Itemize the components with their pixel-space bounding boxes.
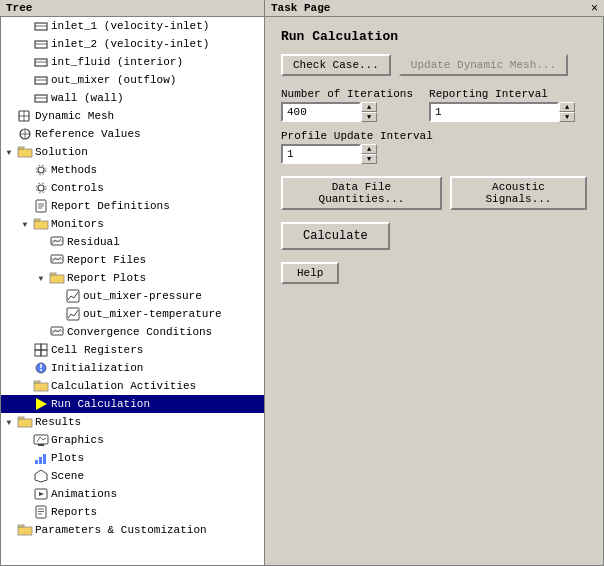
tree-label-report_files: Report Files — [65, 254, 146, 266]
svg-marker-46 — [39, 492, 44, 496]
tree-item-int_fluid[interactable]: int_fluid (interior) — [1, 53, 264, 71]
svg-rect-33 — [41, 344, 47, 350]
tree-item-params_custom[interactable]: Parameters & Customization — [1, 521, 264, 539]
num-iterations-label: Number of Iterations — [281, 88, 413, 100]
tree-label-scene: Scene — [49, 470, 84, 482]
tree-icon-run_calculation — [33, 396, 49, 412]
tree-icon-int_fluid — [33, 54, 49, 70]
svg-point-18 — [38, 185, 44, 191]
num-iterations-up[interactable]: ▲ — [361, 102, 377, 112]
task-panel: Run Calculation Check Case... Update Dyn… — [265, 17, 604, 566]
collapse-icon[interactable] — [17, 216, 33, 232]
reporting-interval-input[interactable] — [429, 102, 559, 122]
tree-icon-report_files — [49, 252, 65, 268]
tree-item-solution[interactable]: Solution — [1, 143, 264, 161]
profile-update-up[interactable]: ▲ — [361, 144, 377, 154]
num-iterations-spinner[interactable]: ▲ ▼ — [361, 102, 377, 122]
tree-item-report_plots[interactable]: Report Plots — [1, 269, 264, 287]
reporting-interval-down[interactable]: ▼ — [559, 112, 575, 122]
tree-item-reports[interactable]: Reports — [1, 503, 264, 521]
tree-label-controls: Controls — [49, 182, 104, 194]
svg-rect-41 — [38, 444, 44, 446]
tree-item-initialization[interactable]: Initialization — [1, 359, 264, 377]
collapse-icon[interactable] — [33, 270, 49, 286]
profile-update-label: Profile Update Interval — [281, 130, 587, 142]
collapse-icon[interactable] — [1, 144, 17, 160]
collapse-icon[interactable] — [1, 414, 17, 430]
tree-item-reference_values[interactable]: Reference Values — [1, 125, 264, 143]
tree-icon-residual — [49, 234, 65, 250]
tree-item-inlet1[interactable]: inlet_1 (velocity-inlet) — [1, 17, 264, 35]
calculate-button[interactable]: Calculate — [281, 222, 390, 250]
tree-panel: inlet_1 (velocity-inlet) inlet_2 (veloci… — [0, 17, 265, 566]
data-file-quantities-button[interactable]: Data File Quantities... — [281, 176, 442, 210]
num-iterations-down[interactable]: ▼ — [361, 112, 377, 122]
svg-rect-32 — [35, 344, 41, 350]
num-iterations-input[interactable] — [281, 102, 361, 122]
tree-label-reports: Reports — [49, 506, 97, 518]
tree-item-wall[interactable]: wall (wall) — [1, 89, 264, 107]
update-dynamic-mesh-button[interactable]: Update Dynamic Mesh... — [399, 54, 568, 76]
svg-rect-28 — [67, 290, 79, 302]
svg-rect-4 — [35, 59, 47, 66]
tree-icon-animations — [33, 486, 49, 502]
tree-item-report_defs[interactable]: Report Definitions — [1, 197, 264, 215]
tree-item-calc_activities[interactable]: Calculation Activities — [1, 377, 264, 395]
close-icon[interactable]: × — [591, 2, 598, 14]
tree-item-animations[interactable]: Animations — [1, 485, 264, 503]
profile-update-spinner[interactable]: ▲ ▼ — [361, 144, 377, 164]
svg-rect-6 — [35, 77, 47, 84]
reporting-interval-spinner[interactable]: ▲ ▼ — [559, 102, 575, 122]
profile-update-input[interactable] — [281, 144, 361, 164]
tree-label-dynamic_mesh: Dynamic Mesh — [33, 110, 114, 122]
tree-icon-inlet2 — [33, 36, 49, 52]
check-case-button[interactable]: Check Case... — [281, 54, 391, 76]
tree-item-residual[interactable]: Residual — [1, 233, 264, 251]
tree-item-controls[interactable]: Controls — [1, 179, 264, 197]
tree-item-monitors[interactable]: Monitors — [1, 215, 264, 233]
tree-item-dynamic_mesh[interactable]: Dynamic Mesh — [1, 107, 264, 125]
tree-item-methods[interactable]: Methods — [1, 161, 264, 179]
svg-point-38 — [40, 369, 42, 371]
profile-update-down[interactable]: ▼ — [361, 154, 377, 164]
tree-item-convergence[interactable]: Convergence Conditions — [1, 323, 264, 341]
help-button[interactable]: Help — [281, 262, 339, 284]
tree-item-out_mixer[interactable]: out_mixer (outflow) — [1, 71, 264, 89]
tree-label-reference_values: Reference Values — [33, 128, 141, 140]
tree-item-results[interactable]: Results — [1, 413, 264, 431]
svg-rect-40 — [34, 435, 48, 444]
tree-icon-report_defs — [33, 198, 49, 214]
tree-item-run_calculation[interactable]: Run Calculation — [1, 395, 264, 413]
tree-item-cell_registers[interactable]: Cell Registers — [1, 341, 264, 359]
tree-icon-reports — [33, 504, 49, 520]
tree-icon-out_mixer — [33, 72, 49, 88]
tree-item-plots[interactable]: Plots — [1, 449, 264, 467]
tree-label-solution: Solution — [33, 146, 88, 158]
tree-label-initialization: Initialization — [49, 362, 143, 374]
tree-item-out_mixer_temperature[interactable]: out_mixer-temperature — [1, 305, 264, 323]
svg-point-16 — [38, 167, 44, 173]
tree-icon-cell_registers — [33, 342, 49, 358]
svg-marker-39 — [36, 398, 47, 410]
tree-item-graphics[interactable]: Graphics — [1, 431, 264, 449]
tree-item-inlet2[interactable]: inlet_2 (velocity-inlet) — [1, 35, 264, 53]
tree-label-out_mixer: out_mixer (outflow) — [49, 74, 176, 86]
tree-label-convergence: Convergence Conditions — [65, 326, 212, 338]
reporting-interval-up[interactable]: ▲ — [559, 102, 575, 112]
tree-icon-convergence — [49, 324, 65, 340]
tree-label-monitors: Monitors — [49, 218, 104, 230]
task-title: Run Calculation — [281, 29, 587, 44]
tree-item-report_files[interactable]: Report Files — [1, 251, 264, 269]
tree-item-scene[interactable]: Scene — [1, 467, 264, 485]
tree-icon-monitors — [33, 216, 49, 232]
tree-label-graphics: Graphics — [49, 434, 104, 446]
tree-item-out_mixer_pressure[interactable]: out_mixer-pressure — [1, 287, 264, 305]
tree-icon-report_plots — [49, 270, 65, 286]
tree-label-report_defs: Report Definitions — [49, 200, 170, 212]
tree-icon-initialization — [33, 360, 49, 376]
svg-rect-42 — [35, 460, 38, 464]
acoustic-signals-button[interactable]: Acoustic Signals... — [450, 176, 587, 210]
tree-label-inlet1: inlet_1 (velocity-inlet) — [49, 20, 209, 32]
tree-label-calc_activities: Calculation Activities — [49, 380, 196, 392]
tree-label-results: Results — [33, 416, 81, 428]
